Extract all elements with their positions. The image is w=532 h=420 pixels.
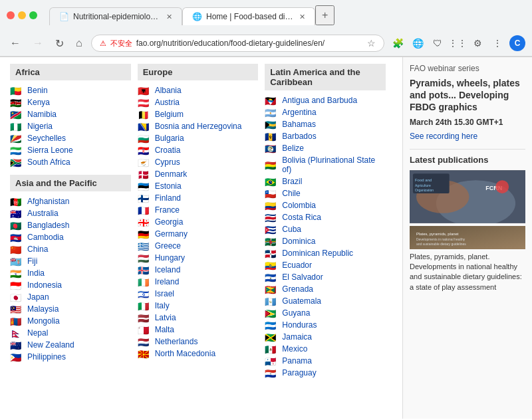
flag-dominican-republic: 🇩🇴 <box>265 249 278 258</box>
country-bolivia[interactable]: 🇧🇴Bolivia (Plurinational State of) <box>265 154 386 175</box>
flag-cuba: 🇨🇺 <box>265 225 278 234</box>
country-iceland[interactable]: 🇮🇸Iceland <box>138 264 259 276</box>
country-cyprus[interactable]: 🇨🇾Cyprus <box>138 156 259 168</box>
tab-close-icon-active[interactable]: ✕ <box>299 13 305 21</box>
country-latvia[interactable]: 🇱🇻Latvia <box>138 312 259 324</box>
country-hungary[interactable]: 🇭🇺Hungary <box>138 252 259 264</box>
shield-icon[interactable]: 🛡 <box>430 35 446 51</box>
country-guyana[interactable]: 🇬🇾Guyana <box>265 307 386 319</box>
country-cambodia[interactable]: 🇰🇭Cambodia <box>10 231 131 243</box>
country-kenya[interactable]: 🇰🇪Kenya <box>10 96 131 108</box>
country-bahamas[interactable]: 🇧🇸Bahamas <box>265 118 386 130</box>
home-button[interactable]: ⌂ <box>72 36 86 51</box>
country-mongolia[interactable]: 🇲🇳Mongolia <box>10 315 131 327</box>
country-brazil[interactable]: 🇧🇷Brazil <box>265 175 386 187</box>
translate-icon[interactable]: 🌐 <box>410 35 426 51</box>
country-dominican-republic[interactable]: 🇩🇴Dominican Republic <box>265 247 386 259</box>
tab-close-icon[interactable]: ✕ <box>166 13 172 21</box>
country-namibia[interactable]: 🇳🇦Namibia <box>10 108 131 120</box>
country-grenada[interactable]: 🇬🇩Grenada <box>265 283 386 295</box>
svg-point-8 <box>495 180 509 193</box>
country-china[interactable]: 🇨🇳China <box>10 243 131 255</box>
country-bosnia[interactable]: 🇧🇦Bosnia and Herzegovina <box>138 120 259 132</box>
country-india[interactable]: 🇮🇳India <box>10 267 131 279</box>
back-button[interactable]: ← <box>7 36 24 51</box>
country-cuba[interactable]: 🇨🇺Cuba <box>265 223 386 235</box>
country-mexico[interactable]: 🇲🇽Mexico <box>265 343 386 355</box>
country-jamaica[interactable]: 🇯🇲Jamaica <box>265 331 386 343</box>
bookmark-icon[interactable]: ☆ <box>367 38 376 49</box>
country-colombia[interactable]: 🇨🇴Colombia <box>265 199 386 211</box>
maximize-button[interactable] <box>29 11 37 19</box>
apps-icon[interactable]: ⋮⋮ <box>450 35 466 51</box>
country-afghanistan[interactable]: 🇦🇫Afghanistan <box>10 195 131 207</box>
country-italy[interactable]: 🇮🇹Italy <box>138 300 259 312</box>
country-honduras[interactable]: 🇭🇳Honduras <box>265 319 386 331</box>
webinar-recording-link[interactable]: See recording here <box>410 132 477 141</box>
country-france[interactable]: 🇫🇷France <box>138 204 259 216</box>
latam-country-list: 🇦🇬Antigua and Barbuda 🇦🇷Argentina 🇧🇸Baha… <box>265 94 386 379</box>
country-germany[interactable]: 🇩🇪Germany <box>138 228 259 240</box>
country-netherlands[interactable]: 🇳🇱Netherlands <box>138 336 259 348</box>
country-malaysia[interactable]: 🇲🇾Malaysia <box>10 303 131 315</box>
country-benin[interactable]: 🇧🇯Benin <box>10 84 131 96</box>
flag-cyprus: 🇨🇾 <box>138 158 151 167</box>
country-north-macedonia[interactable]: 🇲🇰North Macedonia <box>138 348 259 360</box>
country-barbados[interactable]: 🇧🇧Barbados <box>265 130 386 142</box>
address-bar[interactable]: ⚠ 不安全 fao.org/nutrition/education/food-d… <box>91 35 384 52</box>
country-philippines[interactable]: 🇵🇭Philippines <box>10 351 131 363</box>
country-south-africa[interactable]: 🇿🇦South Africa <box>10 156 131 168</box>
country-paraguay[interactable]: 🇵🇾Paraguay <box>265 367 386 379</box>
country-el-salvador[interactable]: 🇸🇻El Salvador <box>265 271 386 283</box>
flag-honduras: 🇭🇳 <box>265 321 278 330</box>
country-dominica[interactable]: 🇩🇲Dominica <box>265 235 386 247</box>
minimize-button[interactable] <box>18 11 26 19</box>
menu-icon[interactable]: ⋮ <box>489 35 505 51</box>
country-israel[interactable]: 🇮🇱Israel <box>138 288 259 300</box>
country-bulgaria[interactable]: 🇧🇬Bulgaria <box>138 132 259 144</box>
country-chile[interactable]: 🇨🇱Chile <box>265 187 386 199</box>
forward-button[interactable]: → <box>29 36 47 51</box>
country-argentina[interactable]: 🇦🇷Argentina <box>265 106 386 118</box>
country-bangladesh[interactable]: 🇧🇩Bangladesh <box>10 219 131 231</box>
country-denmark[interactable]: 🇩🇰Denmark <box>138 168 259 180</box>
country-nepal[interactable]: 🇳🇵Nepal <box>10 327 131 339</box>
country-new-zealand[interactable]: 🇳🇿New Zealand <box>10 339 131 351</box>
flag-indonesia: 🇮🇩 <box>10 281 23 290</box>
country-georgia[interactable]: 🇬🇪Georgia <box>138 216 259 228</box>
reload-button[interactable]: ↻ <box>52 36 67 51</box>
country-ireland[interactable]: 🇮🇪Ireland <box>138 276 259 288</box>
country-panama[interactable]: 🇵🇦Panama <box>265 355 386 367</box>
flag-germany: 🇩🇪 <box>138 230 151 239</box>
country-japan[interactable]: 🇯🇵Japan <box>10 291 131 303</box>
pub-image-1: Food and Agriculture Organization FCRN <box>410 170 525 223</box>
flag-mexico: 🇲🇽 <box>265 345 278 354</box>
flag-benin: 🇧🇯 <box>10 86 23 95</box>
country-australia[interactable]: 🇦🇺Australia <box>10 207 131 219</box>
new-tab-button[interactable]: + <box>315 5 334 25</box>
country-croatia[interactable]: 🇭🇷Croatia <box>138 144 259 156</box>
country-greece[interactable]: 🇬🇷Greece <box>138 240 259 252</box>
country-malta[interactable]: 🇲🇹Malta <box>138 324 259 336</box>
country-austria[interactable]: 🇦🇹Austria <box>138 96 259 108</box>
extensions-icon[interactable]: 🧩 <box>390 35 406 51</box>
country-antigua[interactable]: 🇦🇬Antigua and Barbuda <box>265 94 386 106</box>
country-sierra-leone[interactable]: 🇸🇱Sierra Leone <box>10 144 131 156</box>
tab-fao[interactable]: 🌐 Home | Food-based dietary gu... ✕ <box>182 7 315 25</box>
country-nigeria[interactable]: 🇳🇬Nigeria <box>10 120 131 132</box>
close-button[interactable] <box>7 11 15 19</box>
country-guatemala[interactable]: 🇬🇹Guatemala <box>265 295 386 307</box>
country-fiji[interactable]: 🇫🇯Fiji <box>10 255 131 267</box>
tab-nutritional[interactable]: 📄 Nutritional-epidemiologic-onto... ✕ <box>49 7 182 25</box>
country-seychelles[interactable]: 🇸🇨Seychelles <box>10 132 131 144</box>
country-indonesia[interactable]: 🇮🇩Indonesia <box>10 279 131 291</box>
country-estonia[interactable]: 🇪🇪Estonia <box>138 180 259 192</box>
settings-icon[interactable]: ⚙ <box>469 35 485 51</box>
country-finland[interactable]: 🇫🇮Finland <box>138 192 259 204</box>
profile-button[interactable]: C <box>509 35 525 51</box>
country-belgium[interactable]: 🇧🇪Belgium <box>138 108 259 120</box>
country-costa-rica[interactable]: 🇨🇷Costa Rica <box>265 211 386 223</box>
country-ecuador[interactable]: 🇪🇨Ecuador <box>265 259 386 271</box>
country-belize[interactable]: 🇧🇿Belize <box>265 142 386 154</box>
country-albania[interactable]: 🇦🇱Albania <box>138 84 259 96</box>
